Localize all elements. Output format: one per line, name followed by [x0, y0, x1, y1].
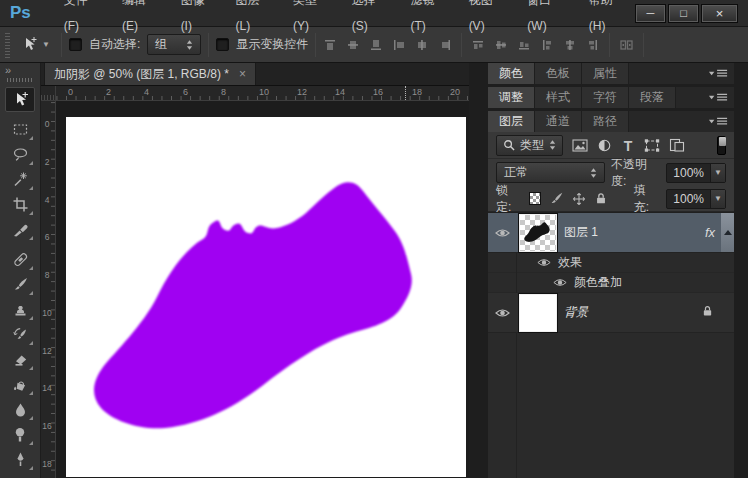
ruler-corner[interactable]: [41, 86, 56, 100]
tab-paragraph[interactable]: 段落: [629, 87, 676, 108]
effect-row-color-overlay[interactable]: 颜色叠加: [488, 273, 734, 293]
panel-menu-icon[interactable]: [708, 87, 734, 108]
lock-row: 锁定: 填充: 100% ▼: [488, 186, 734, 212]
tab-paths[interactable]: 路径: [582, 111, 629, 132]
minimize-button[interactable]: ─: [635, 4, 666, 23]
menu-file[interactable]: 文件(F): [51, 0, 109, 39]
effects-header-row[interactable]: 效果: [488, 253, 734, 273]
smart-object-filter-icon[interactable]: [669, 138, 685, 153]
lock-position-icon[interactable]: [572, 192, 586, 206]
horizontal-ruler[interactable]: 0 2 4 6 8 10 12 14 16 18 20: [56, 86, 469, 100]
crop-tool[interactable]: [5, 192, 35, 217]
blur-tool[interactable]: [5, 397, 35, 422]
collapse-effects-strip[interactable]: [721, 213, 734, 252]
layer-row-layer1[interactable]: 图层 1 fx: [488, 213, 734, 253]
collapse-panel-icon[interactable]: »: [0, 63, 16, 76]
shape-layer-filter-icon[interactable]: [644, 138, 660, 153]
chevron-down-icon[interactable]: ▼: [710, 190, 725, 208]
dodge-tool[interactable]: [5, 422, 35, 447]
canvas-surround[interactable]: [56, 101, 469, 478]
align-right-edges-icon[interactable]: [438, 38, 452, 52]
tab-properties[interactable]: 属性: [582, 63, 629, 84]
visibility-eye-icon[interactable]: [553, 278, 567, 287]
type-layer-filter-icon[interactable]: T: [621, 138, 635, 153]
eyedropper-tool[interactable]: [5, 217, 35, 242]
chevron-down-icon[interactable]: ▼: [710, 164, 725, 182]
tool-preset-picker[interactable]: ▼: [17, 36, 54, 53]
fill-field[interactable]: 100% ▼: [666, 189, 726, 209]
distribute-bottom-edges-icon[interactable]: [517, 38, 531, 52]
tab-adjustments[interactable]: 调整: [488, 87, 535, 108]
lock-transparency-icon[interactable]: [529, 192, 541, 205]
lock-image-brush-icon[interactable]: [549, 191, 564, 206]
clone-stamp-tool[interactable]: [5, 297, 35, 322]
layer-filter-dropdown[interactable]: 类型: [496, 135, 563, 156]
align-bottom-edges-icon[interactable]: [369, 38, 383, 52]
auto-align-layers-icon[interactable]: [619, 38, 634, 52]
align-left-edges-icon[interactable]: [392, 38, 406, 52]
visibility-eye-icon[interactable]: [495, 308, 510, 318]
panel-grip[interactable]: [7, 78, 33, 82]
distribute-vertical-centers-icon[interactable]: [494, 38, 508, 52]
layer-list-empty-area[interactable]: [488, 333, 734, 478]
vertical-ruler[interactable]: 0 2 4 6 8 10 12 14 16 18: [41, 101, 56, 478]
lock-all-icon[interactable]: [594, 191, 608, 206]
distribute-right-edges-icon[interactable]: [586, 38, 600, 52]
ruler-tick: 18: [412, 87, 422, 97]
history-brush-tool[interactable]: [5, 322, 35, 347]
distribute-top-edges-icon[interactable]: [471, 38, 485, 52]
visibility-eye-icon[interactable]: [537, 258, 551, 267]
tab-layers[interactable]: 图层: [488, 111, 535, 132]
lasso-tool[interactable]: [5, 142, 35, 167]
layer-row-background[interactable]: 背景: [488, 293, 734, 333]
paint-bucket-tool[interactable]: [5, 372, 35, 397]
maximize-button[interactable]: □: [668, 4, 699, 23]
options-bar-grip[interactable]: [5, 32, 10, 58]
document-tab[interactable]: 加阴影 @ 50% (图层 1, RGB/8) * ×: [44, 63, 256, 85]
layer-filter-toggle[interactable]: [717, 136, 726, 155]
panel-menu-icon[interactable]: [708, 111, 734, 132]
layer-name[interactable]: 图层 1: [564, 224, 598, 241]
tab-styles[interactable]: 样式: [535, 87, 582, 108]
tab-color[interactable]: 颜色: [488, 63, 535, 84]
panel-menu-icon[interactable]: [708, 63, 734, 84]
pixel-layer-filter-icon[interactable]: [572, 138, 588, 153]
align-vertical-centers-icon[interactable]: [346, 38, 360, 52]
layer-thumbnail[interactable]: [520, 215, 556, 251]
distribute-horizontal-centers-icon[interactable]: [563, 38, 577, 52]
tab-channels[interactable]: 通道: [535, 111, 582, 132]
canvas[interactable]: [66, 117, 466, 477]
shoe-shape: [66, 117, 466, 477]
adjustment-layer-filter-icon[interactable]: [597, 138, 612, 153]
magic-wand-tool[interactable]: [5, 167, 35, 192]
horizontal-ruler-row: 0 2 4 6 8 10 12 14 16 18 20: [41, 86, 469, 101]
eraser-tool[interactable]: [5, 347, 35, 372]
crop-icon: [12, 196, 29, 213]
auto-select-checkbox[interactable]: [69, 38, 82, 51]
document-tab-bar: 加阴影 @ 50% (图层 1, RGB/8) * ×: [41, 63, 469, 86]
tab-character[interactable]: 字符: [582, 87, 629, 108]
align-top-edges-icon[interactable]: [323, 38, 337, 52]
move-tool[interactable]: [5, 87, 35, 112]
show-transform-checkbox[interactable]: [216, 38, 229, 51]
tab-swatches[interactable]: 色板: [535, 63, 582, 84]
layer-thumbnail[interactable]: [520, 295, 556, 331]
document-area: 加阴影 @ 50% (图层 1, RGB/8) * × 0 2 4 6 8 10…: [41, 63, 469, 478]
spot-healing-brush-tool[interactable]: [5, 247, 35, 272]
menu-layer[interactable]: 图层(L): [223, 0, 281, 39]
svg-text:T: T: [624, 137, 633, 153]
fx-badge[interactable]: fx: [705, 225, 721, 240]
align-horizontal-centers-icon[interactable]: [415, 38, 429, 52]
pen-tool[interactable]: [5, 447, 35, 472]
opacity-field[interactable]: 100% ▼: [666, 163, 726, 183]
brush-tool[interactable]: [5, 272, 35, 297]
auto-select-target-dropdown[interactable]: 组: [147, 34, 201, 55]
distribute-left-edges-icon[interactable]: [540, 38, 554, 52]
layer-name[interactable]: 背景: [564, 304, 588, 321]
blend-mode-dropdown[interactable]: 正常: [496, 162, 605, 183]
close-button[interactable]: ×: [701, 4, 738, 23]
updown-arrows-icon: [590, 167, 597, 179]
rectangular-marquee-tool[interactable]: [5, 117, 35, 142]
visibility-eye-icon[interactable]: [495, 228, 510, 238]
tab-close-icon[interactable]: ×: [239, 67, 246, 81]
